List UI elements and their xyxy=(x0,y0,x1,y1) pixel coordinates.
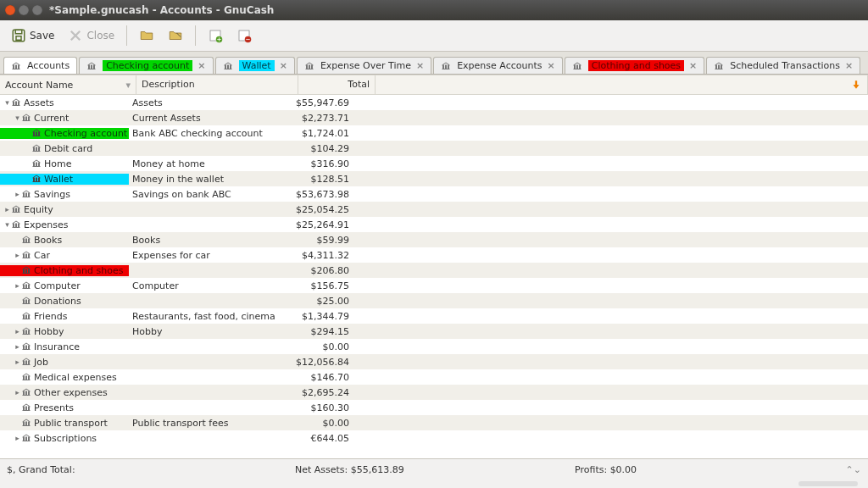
bank-icon xyxy=(572,61,582,71)
account-row[interactable]: Presents$160.30 xyxy=(0,400,868,415)
svg-rect-88 xyxy=(24,285,25,288)
cell-account-name: Books xyxy=(0,235,129,246)
account-row[interactable]: Debit card$104.29 xyxy=(0,141,868,156)
account-row[interactable]: Checking accountBank ABC checking accoun… xyxy=(0,125,868,141)
tab-checking-account[interactable]: Checking account× xyxy=(79,57,213,74)
resize-grip-icon[interactable] xyxy=(798,481,858,486)
account-row[interactable]: Public transportPublic transport fees$0.… xyxy=(0,415,868,430)
account-row[interactable]: ▸Job$12,056.84 xyxy=(0,354,868,369)
tree-twist-icon[interactable]: ▸ xyxy=(14,281,21,290)
account-row[interactable]: ▸Subscriptions€644.05 xyxy=(0,430,868,446)
tab-close-icon[interactable]: × xyxy=(415,60,424,71)
window-maximize-icon[interactable] xyxy=(32,5,42,15)
tree-twist-icon[interactable]: ▾ xyxy=(14,114,21,122)
svg-rect-96 xyxy=(24,315,25,319)
account-row[interactable]: ▸Other expenses$2,695.24 xyxy=(0,385,868,400)
tab-expense-accounts[interactable]: Expense Accounts× xyxy=(433,57,563,74)
account-row[interactable]: ▸HobbyHobby$294.15 xyxy=(0,324,868,339)
svg-rect-50 xyxy=(39,132,40,136)
tab-close-icon[interactable]: × xyxy=(687,60,697,71)
tab-clothing-and-shoes[interactable]: Clothing and shoes× xyxy=(565,57,705,74)
grid-body[interactable]: ▾AssetsAssets$55,947.69▾CurrentCurrent A… xyxy=(0,95,868,458)
tab-scheduled-transactions[interactable]: Scheduled Transactions× xyxy=(706,57,860,74)
tab-close-icon[interactable]: × xyxy=(278,60,287,71)
window-title: *Sample.gnucash - Accounts - GnuCash xyxy=(49,4,274,16)
bank-icon xyxy=(21,418,31,428)
tree-twist-icon[interactable]: ▸ xyxy=(3,205,11,214)
cell-account-name: Wallet xyxy=(0,174,129,185)
svg-rect-42 xyxy=(19,102,19,105)
bank-icon xyxy=(21,387,31,397)
cell-description: Hobby xyxy=(129,326,283,337)
ledger-delete-icon xyxy=(236,28,252,43)
bank-icon xyxy=(21,235,31,245)
account-row[interactable]: ▾Expenses$25,264.91 xyxy=(0,217,868,232)
save-button[interactable]: Save xyxy=(5,25,60,47)
cell-total: $55,947.69 xyxy=(283,97,354,108)
tree-twist-icon[interactable]: ▸ xyxy=(14,434,21,442)
svg-rect-36 xyxy=(716,65,717,69)
account-row[interactable]: ▸ComputerComputer$156.75 xyxy=(0,278,868,293)
window-minimize-icon[interactable] xyxy=(19,5,29,15)
edit-button[interactable] xyxy=(162,25,189,47)
tree-twist-icon[interactable]: ▸ xyxy=(14,327,21,336)
account-row[interactable]: ▸Equity$25,054.25 xyxy=(0,202,868,217)
account-row[interactable]: Donations$25.00 xyxy=(0,293,868,308)
tree-twist-icon[interactable]: ▸ xyxy=(14,342,21,351)
svg-rect-118 xyxy=(29,391,30,395)
column-header-name[interactable]: Account Name ▾ xyxy=(0,75,136,94)
tab-wallet[interactable]: Wallet× xyxy=(215,57,295,74)
tree-twist-icon[interactable]: ▸ xyxy=(14,358,21,366)
arrow-down-icon[interactable] xyxy=(850,79,862,91)
account-row[interactable]: WalletMoney in the wallet$128.51 xyxy=(0,171,868,186)
account-row[interactable]: Clothing and shoes$206.80 xyxy=(0,263,868,278)
titlebar: *Sample.gnucash - Accounts - GnuCash xyxy=(0,0,868,20)
tab-close-icon[interactable]: × xyxy=(545,60,554,71)
tab-accounts[interactable]: Accounts xyxy=(3,57,77,74)
tree-twist-icon[interactable]: ▸ xyxy=(14,251,21,259)
tree-twist-icon[interactable]: ▾ xyxy=(3,220,11,229)
column-header-description[interactable]: Description xyxy=(136,75,298,94)
column-header-total[interactable]: Total xyxy=(298,75,376,94)
account-row[interactable]: Medical expenses$146.70 xyxy=(0,369,868,385)
account-name-text: Other expenses xyxy=(34,387,108,398)
account-name-text: Home xyxy=(44,158,71,169)
svg-rect-124 xyxy=(24,422,25,425)
account-name-text: Hobby xyxy=(34,326,64,337)
account-row[interactable]: FriendsRestaurants, fast food, cinema$1,… xyxy=(0,308,868,324)
spinner-icon[interactable]: ⌃⌄ xyxy=(846,464,861,475)
open-button[interactable] xyxy=(133,25,160,47)
cell-total: $0.00 xyxy=(283,341,354,352)
cell-account-name: ▸Savings xyxy=(0,189,129,200)
account-row[interactable]: ▾AssetsAssets$55,947.69 xyxy=(0,95,868,110)
tab-close-icon[interactable]: × xyxy=(196,60,205,71)
account-row[interactable]: ▸Insurance$0.00 xyxy=(0,339,868,354)
account-row[interactable]: HomeMoney at home$316.90 xyxy=(0,156,868,171)
window-close-icon[interactable] xyxy=(5,5,15,15)
account-row[interactable]: ▸SavingsSavings on bank ABC$53,673.98 xyxy=(0,186,868,202)
cell-account-name: Clothing and shoes xyxy=(0,265,129,276)
account-row[interactable]: ▸CarExpenses for car$4,311.32 xyxy=(0,247,868,263)
svg-rect-69 xyxy=(16,208,17,212)
tree-twist-icon[interactable]: ▾ xyxy=(3,98,11,107)
cell-account-name: Friends xyxy=(0,311,129,322)
account-row[interactable]: BooksBooks$59.99 xyxy=(0,232,868,247)
delete-account-button[interactable] xyxy=(231,25,258,47)
svg-rect-80 xyxy=(24,254,25,258)
svg-rect-13 xyxy=(16,65,17,69)
svg-rect-93 xyxy=(26,300,27,303)
tab-expense-over-time[interactable]: Expense Over Time× xyxy=(297,57,431,74)
status-net-assets: Net Assets: $55,613.89 xyxy=(295,464,575,475)
cell-total: $1,724.01 xyxy=(283,128,354,139)
bank-icon xyxy=(714,61,724,71)
svg-rect-20 xyxy=(225,65,225,69)
account-name-text: Public transport xyxy=(34,418,108,429)
new-account-button[interactable] xyxy=(202,25,229,47)
tree-twist-icon[interactable]: ▸ xyxy=(14,190,21,198)
tree-twist-icon[interactable]: ▸ xyxy=(14,388,21,396)
svg-rect-76 xyxy=(24,239,25,242)
account-row[interactable]: ▾CurrentCurrent Assets$2,273.71 xyxy=(0,110,868,125)
tab-close-icon[interactable]: × xyxy=(843,60,853,71)
svg-rect-48 xyxy=(34,132,35,136)
close-button[interactable]: Close xyxy=(62,25,120,47)
